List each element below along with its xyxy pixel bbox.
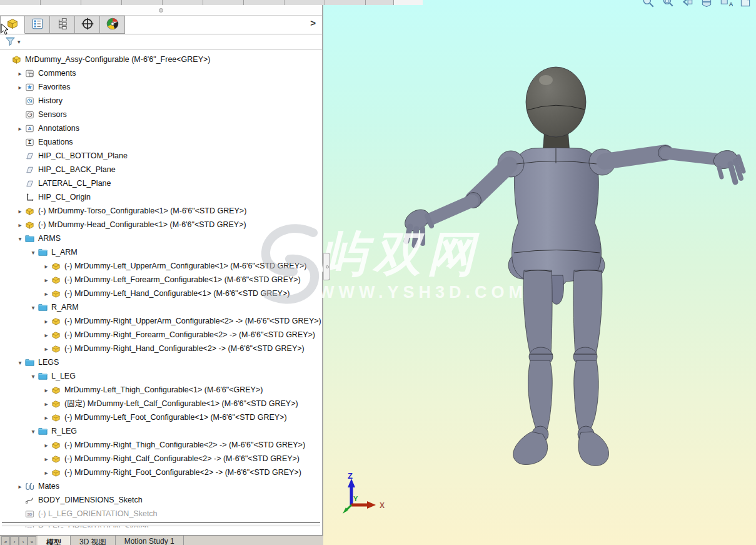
panel-bottom-splitter[interactable]	[2, 522, 320, 526]
zoom-to-area-icon[interactable]	[661, 0, 675, 9]
scene-icon[interactable]	[738, 0, 752, 9]
tree-item[interactable]: ▸(-) MrDummy-Right_Foot_Configurable<2> …	[0, 466, 321, 479]
zoom-to-fit-icon[interactable]	[642, 0, 655, 9]
expander-icon[interactable]: ▸	[42, 400, 51, 407]
tree-item[interactable]: ▸(-) MrDummy-Left_Hand_Configurable<1> (…	[0, 287, 321, 300]
part-icon	[51, 385, 61, 395]
tree-item[interactable]: BODY_DIMENSIONS_Sketch	[0, 493, 321, 507]
mates-icon	[24, 481, 35, 492]
svg-text:3D: 3D	[28, 511, 33, 516]
expander-icon[interactable]: ▸	[42, 469, 51, 476]
tree-item[interactable]: ▾LEGS	[0, 355, 321, 369]
expander-icon[interactable]: ▸	[16, 84, 24, 91]
tree-item[interactable]: Sensors	[0, 108, 321, 121]
filter-dropdown-caret-icon[interactable]: ▾	[18, 39, 21, 45]
tree-item[interactable]: ▸(-) MrDummy-Head_Configurable<1> (M-6'6…	[0, 218, 321, 232]
tree-item[interactable]: History	[0, 94, 321, 108]
tree-item[interactable]: ▸MrDummy-Left_Thigh_Configurable<1> (M-6…	[0, 383, 321, 397]
tree-item[interactable]: ▸Favorites	[0, 80, 321, 94]
expander-icon[interactable]: ▸	[42, 456, 51, 462]
tree-item[interactable]: ΣEquations	[0, 135, 321, 149]
part-icon	[51, 399, 61, 409]
tree-item[interactable]: ▸(固定) MrDummy-Left_Calf_Configurable<1> …	[0, 397, 321, 410]
tree-item-label: R_LEG	[51, 427, 77, 435]
tree-item[interactable]: ▾L_LEG	[0, 369, 321, 383]
tab-displaymanager[interactable]	[100, 16, 125, 34]
tree-item[interactable]: ▸(-) MrDummy-Torso_Configurable<1> (M-6'…	[0, 204, 321, 218]
tree-item[interactable]: ▸(-) MrDummy-Right_UpperArm_Configurable…	[0, 314, 321, 328]
tree-item[interactable]: ▾ARMS	[0, 232, 321, 245]
panel-collapse-handle[interactable]	[323, 253, 330, 280]
first-sheet-button[interactable]: «	[1, 536, 10, 545]
tree-item[interactable]: LATERAL_CL_Plane	[0, 176, 321, 190]
filter-funnel-icon[interactable]	[4, 35, 16, 49]
tab-dimxpertmanager[interactable]	[75, 16, 100, 34]
next-sheet-button[interactable]: ›	[19, 536, 28, 545]
expander-icon[interactable]: ▾	[29, 373, 38, 380]
tree-item-label: (-) L_LEG_ORIENTATION_Sketch	[38, 509, 158, 518]
svg-text:A: A	[28, 126, 32, 131]
expander-icon[interactable]: ▸	[42, 387, 51, 394]
expander-icon[interactable]: ▸	[42, 442, 51, 449]
expander-icon[interactable]: ▸	[42, 318, 51, 325]
tree-item[interactable]: ▸AAnnotations	[0, 121, 321, 135]
tree-item[interactable]: ▸(-) MrDummy-Right_Thigh_Configurable<2>…	[0, 438, 321, 452]
tab-3d-视图[interactable]: 3D 视图	[71, 536, 116, 545]
graphics-viewport[interactable]: A	[323, 0, 756, 545]
expander-icon[interactable]: ▸	[42, 345, 51, 352]
tree-item[interactable]: HIP_CL_Origin	[0, 190, 321, 204]
part-icon	[51, 316, 61, 327]
expander-icon[interactable]: ▾	[16, 359, 24, 366]
tree-item[interactable]: ▾R_LEG	[0, 424, 321, 438]
folder-icon	[24, 233, 35, 244]
tree-item[interactable]: ▾R_ARM	[0, 300, 321, 314]
last-sheet-button[interactable]: »	[28, 536, 36, 545]
headsup-view-toolbar[interactable]: A	[642, 0, 752, 9]
expander-icon[interactable]: ▸	[16, 483, 24, 490]
history-icon	[24, 96, 35, 106]
expander-icon[interactable]: ▸	[42, 414, 51, 421]
part-icon	[51, 344, 61, 354]
tab-configurationmanager[interactable]	[50, 16, 75, 34]
expander-icon[interactable]: ▾	[29, 428, 38, 435]
tree-item[interactable]: 3D(-) L_LEG_ORIENTATION_Sketch	[0, 507, 321, 521]
folder-icon	[38, 371, 48, 382]
expander-icon[interactable]: ▸	[42, 277, 51, 283]
expand-panel-chevron-icon[interactable]: >	[310, 18, 316, 28]
tree-item[interactable]: ▸Mates	[0, 479, 321, 493]
prev-sheet-button[interactable]: ‹	[10, 536, 19, 545]
tree-item[interactable]: ▸(-) MrDummy-Left_Foot_Configurable<1> (…	[0, 410, 321, 424]
expander-icon[interactable]: ▸	[16, 125, 24, 132]
tree-item[interactable]: ▸(-) MrDummy-Right_Hand_Configurable<2> …	[0, 342, 321, 355]
expander-icon[interactable]: ▸	[16, 208, 24, 215]
tree-item[interactable]: ▸(-) MrDummy-Right_Calf_Configurable<2> …	[0, 452, 321, 466]
tree-item[interactable]: ▸(-) MrDummy-Left_UpperArm_Configurable<…	[0, 259, 321, 273]
expander-icon[interactable]: ▸	[42, 332, 51, 339]
tree-item[interactable]: HIP_CL_BOTTOM_Plane	[0, 149, 321, 163]
tree-item[interactable]: ▸(-) MrDummy-Left_Forearm_Configurable<1…	[0, 273, 321, 287]
triad-x-label: X	[380, 501, 385, 510]
tab-motion-study-1[interactable]: Motion Study 1	[116, 536, 184, 545]
tree-item[interactable]: ▾L_ARM	[0, 245, 321, 259]
tree-item[interactable]: HIP_CL_BACK_Plane	[0, 163, 321, 176]
panel-grip[interactable]	[0, 5, 322, 16]
tree-item[interactable]: ▸Comments	[0, 66, 321, 80]
expander-icon[interactable]: ▾	[29, 249, 38, 256]
part-icon	[51, 288, 61, 299]
mannequin-model[interactable]	[323, 0, 756, 545]
expander-icon[interactable]: ▾	[29, 304, 38, 311]
tab-模型[interactable]: 模型	[38, 536, 71, 545]
tab-propertymanager[interactable]	[25, 16, 50, 34]
expander-icon[interactable]: ▸	[42, 290, 51, 297]
appearance-icon[interactable]: A	[719, 0, 733, 9]
previous-view-icon[interactable]	[680, 0, 694, 9]
expander-icon[interactable]: ▸	[16, 70, 24, 77]
grip-dot-icon	[159, 8, 163, 13]
section-view-icon[interactable]	[700, 0, 713, 9]
expander-icon[interactable]: ▸	[42, 263, 51, 270]
tree-item[interactable]: MrDummy_Assy-Configurable (M-6'6"_Free<G…	[0, 53, 321, 66]
expander-icon[interactable]: ▸	[16, 222, 24, 228]
tree-item-label: L_ARM	[51, 248, 78, 257]
tree-item[interactable]: ▸(-) MrDummy-Right_Forearm_Configurable<…	[0, 328, 321, 342]
expander-icon[interactable]: ▾	[16, 235, 24, 242]
